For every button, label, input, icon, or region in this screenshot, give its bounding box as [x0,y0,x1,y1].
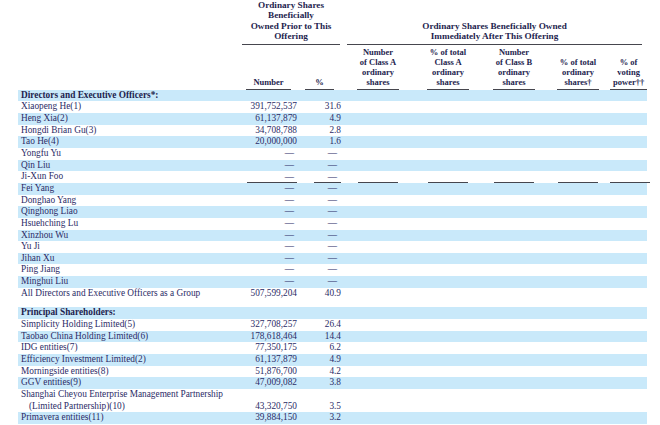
cell-voting-power [610,389,647,401]
em-dash: — [285,276,293,286]
table-row: Ping Jiang—— [18,264,647,276]
ownership-table: Ordinary Shares Beneficially Owned Prior… [18,0,647,424]
cell-voting-power [610,412,647,424]
ruled-empty [610,172,650,183]
cell-number: 51,876,700 [240,366,297,378]
cell-classA-number [342,230,414,242]
em-dash: — [328,253,336,263]
cell-number: 61,137,879 [240,113,297,125]
cell-classB-number [482,230,546,242]
table-row: Xinzhou Wu—— [18,230,647,242]
cell-number: 61,137,879 [240,354,297,366]
table-row: Yongfu Yu—— [18,148,647,160]
cell-name: All Directors and Executive Officers as … [18,288,240,300]
cell-voting-power [610,218,647,230]
cell-percent: 26.4 [297,319,342,331]
em-dash: — [285,264,293,274]
cell-classA-number [342,366,414,378]
cell-voting-power [610,276,647,288]
table-row: Directors and Executive Officers*: [18,90,647,102]
cell-name: Qin Liu [18,160,240,172]
cell-percent: 14.4 [297,331,342,343]
cell-percent [297,307,342,319]
cell-name: Shanghai Cheyou Enterprise Management Pa… [18,389,240,401]
table-header: Ordinary Shares Beneficially Owned Prior… [18,0,647,90]
cell-number [240,307,297,319]
table-row: Qinghong Liao—— [18,206,647,218]
em-dash: — [328,276,336,286]
cell-classA-number [342,171,414,183]
cell-classA-percent [414,171,482,183]
cell-total-percent [546,288,610,300]
cell-classA-number [342,101,414,113]
cell-classA-number [342,160,414,172]
table-row: Ji-Xun Foo—— [18,171,647,183]
cell-name: Minghui Liu [18,276,240,288]
cell-classA-percent [414,148,482,160]
em-dash: — [328,218,336,228]
cell-classA-number [342,401,414,413]
cell-total-percent [546,183,610,195]
cell-percent: — [297,148,342,160]
cell-classA-percent [414,401,482,413]
cell-number: — [240,148,297,160]
cell-classB-number [482,331,546,343]
cell-number: 34,708,788 [240,125,297,137]
cell-classA-percent [414,183,482,195]
table-row: (Limited Partnership)(10)43,320,7503.5 [18,401,647,413]
table-row: Hongdi Brian Gu(3)34,708,7882.8 [18,125,647,137]
column-header-classB-number: Number of Class B ordinary shares [482,45,546,90]
cell-total-percent [546,218,610,230]
cell-name: Ji-Xun Foo [18,171,240,183]
cell-name: Hongdi Brian Gu(3) [18,125,240,137]
cell-classA-number [342,331,414,343]
table-row: IDG entities(7)77,350,1756.2 [18,342,647,354]
column-header-percent: % [297,45,342,90]
cell-percent: 4.2 [297,366,342,378]
cell-classA-number [342,148,414,160]
cell-name: Directors and Executive Officers*: [18,90,240,102]
cell-percent: — [297,171,342,183]
cell-classA-number [342,307,414,319]
cell-classB-number [482,148,546,160]
cell-name: Primavera entities(11) [18,412,240,424]
cell-percent: — [297,183,342,195]
group-header-after-label: Ordinary Shares Beneficially Owned Immed… [347,21,643,45]
cell-classB-number [482,366,546,378]
em-dash: — [285,206,293,216]
cell-number: 39,884,150 [240,412,297,424]
ruled-value: — [314,172,341,183]
cell-total-percent [546,230,610,242]
cell-voting-power [610,331,647,343]
column-header-number: Number [240,45,297,90]
cell-name: Hsuehching Lu [18,218,240,230]
cell-name: Heng Xia(2) [18,113,240,125]
cell-classA-percent [414,412,482,424]
cell-name: Tao He(4) [18,136,240,148]
cell-percent [297,389,342,401]
ruled-empty [558,172,598,183]
cell-total-percent [546,264,610,276]
cell-classA-number [342,288,414,300]
cell-classB-number [482,136,546,148]
cell-total-percent [546,319,610,331]
cell-classA-number [342,354,414,366]
cell-classB-number [482,412,546,424]
cell-classA-percent [414,354,482,366]
cell-total-percent [546,354,610,366]
table-row: Primavera entities(11)39,884,1503.2 [18,412,647,424]
em-dash: — [328,230,336,240]
cell-classB-number [482,113,546,125]
cell-name: Yu Ji [18,241,240,253]
table-row: Heng Xia(2)61,137,8794.9 [18,113,647,125]
cell-classB-number [482,354,546,366]
cell-classA-number [342,136,414,148]
em-dash: — [328,148,336,158]
group-header-prior-label: Ordinary Shares Beneficially Owned Prior… [242,0,341,45]
table-row: Hsuehching Lu—— [18,218,647,230]
em-dash: — [328,206,336,216]
cell-classA-number [342,377,414,389]
cell-voting-power [610,195,647,207]
cell-voting-power [610,183,647,195]
cell-name: Simplicity Holding Limited(5) [18,319,240,331]
